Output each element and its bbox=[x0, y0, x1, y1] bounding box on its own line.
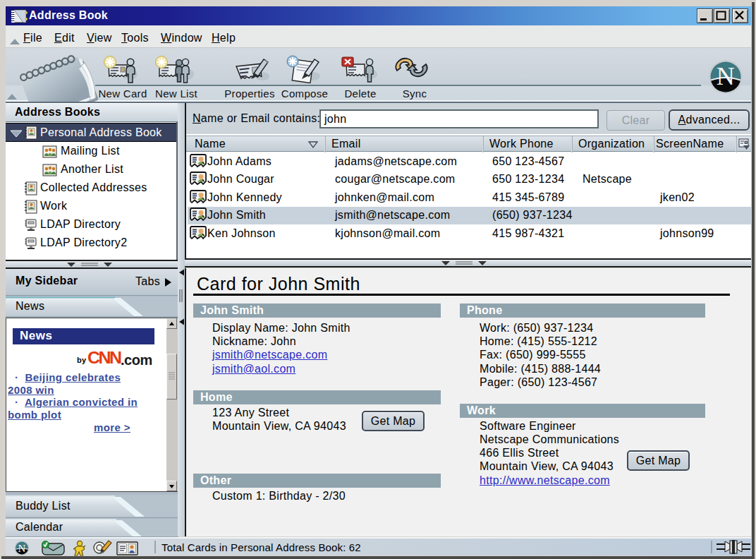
svg-text:N: N bbox=[717, 62, 735, 90]
svg-text:N: N bbox=[18, 543, 25, 554]
